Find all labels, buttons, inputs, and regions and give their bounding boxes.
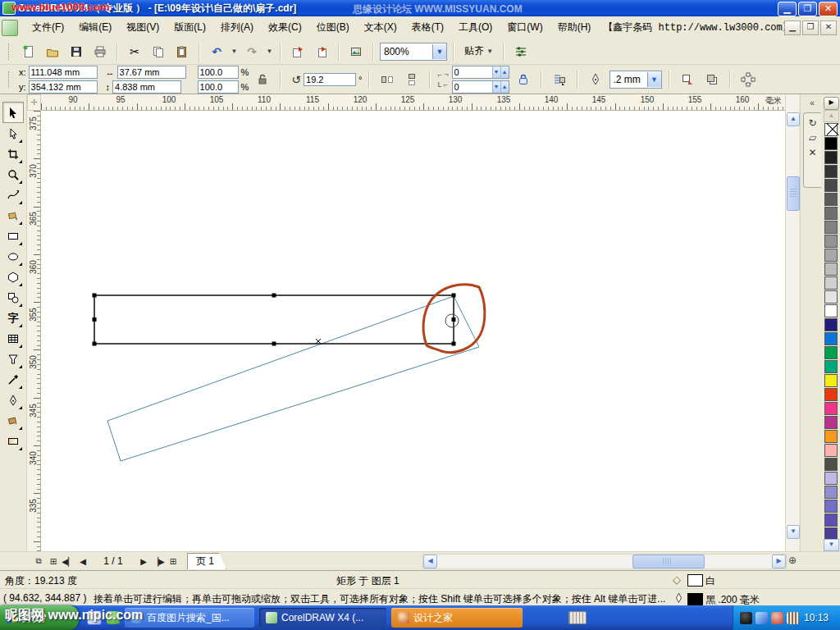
color-swatch[interactable] — [824, 486, 838, 499]
zoom-level-combo[interactable]: 800% ▼ — [380, 43, 447, 61]
scroll-up-icon[interactable]: ▲ — [787, 112, 800, 126]
menu-layout[interactable]: 版面(L) — [167, 17, 213, 38]
palette-scroll-down-icon[interactable]: ▼ — [824, 539, 839, 551]
palette-scroll-up-icon[interactable]: ▲ — [824, 110, 839, 122]
menu-window[interactable]: 窗口(W) — [500, 17, 550, 38]
color-swatch[interactable] — [824, 304, 838, 317]
first-page-button[interactable]: ◀▏ — [61, 554, 75, 568]
crop-tool[interactable] — [3, 144, 23, 164]
color-swatch[interactable] — [824, 193, 838, 206]
color-swatch[interactable] — [824, 360, 838, 373]
color-swatch[interactable] — [824, 249, 838, 262]
menu-tools[interactable]: 工具(O) — [451, 17, 500, 38]
zoom-tool[interactable] — [3, 165, 23, 185]
rectangle-tool[interactable] — [3, 226, 23, 246]
open-button[interactable] — [42, 41, 63, 62]
pick-tool[interactable] — [2, 102, 24, 123]
paste-icon[interactable] — [171, 41, 193, 62]
color-swatch[interactable] — [824, 151, 838, 164]
save-button[interactable] — [66, 41, 87, 62]
corner-bottom-spin-up-icon[interactable]: ▲ — [500, 81, 509, 93]
to-back-of-layer-button[interactable] — [701, 69, 723, 90]
freehand-tool[interactable] — [3, 185, 23, 205]
color-swatch[interactable] — [824, 416, 838, 429]
menu-file[interactable]: 文件(F) — [25, 17, 71, 38]
color-swatch[interactable] — [824, 262, 838, 276]
horizontal-scrollbar[interactable]: ◀ ▶ — [422, 554, 787, 569]
propbar-grip[interactable] — [8, 71, 11, 88]
color-swatch[interactable] — [824, 500, 838, 513]
interactive-blend-tool[interactable] — [3, 349, 23, 369]
color-swatch[interactable] — [824, 458, 838, 471]
menu-effects[interactable]: 效果(C) — [261, 17, 309, 38]
object-width-field[interactable] — [117, 66, 186, 79]
cut-icon[interactable]: ✂ — [124, 41, 145, 62]
tray-network-icon[interactable] — [756, 612, 768, 624]
mirror-horizontal-button[interactable] — [377, 69, 398, 90]
docker-rotate-icon[interactable]: ↻ — [808, 118, 816, 128]
input-method-keyboard-icon[interactable] — [568, 611, 587, 624]
outline-pen-tool[interactable] — [3, 390, 23, 410]
doc-close-button[interactable]: ✕ — [820, 21, 837, 35]
corner-radius-bottom-field[interactable] — [453, 81, 492, 93]
previous-page-button[interactable]: ◀ — [75, 554, 90, 568]
menu-text[interactable]: 文本(X) — [357, 17, 404, 38]
undo-button[interactable]: ↶ — [206, 41, 227, 62]
color-swatch[interactable] — [824, 165, 838, 178]
next-page-button[interactable]: ▶ — [136, 554, 151, 568]
menu-edit[interactable]: 编辑(E) — [71, 17, 119, 38]
color-swatch[interactable] — [824, 276, 838, 290]
x-position-field[interactable] — [29, 66, 98, 79]
y-position-field[interactable] — [29, 80, 98, 94]
options-button[interactable] — [510, 41, 532, 62]
hscroll-thumb[interactable] — [632, 555, 705, 568]
page-tab[interactable]: 页 1 — [187, 553, 226, 569]
polygon-tool[interactable] — [3, 267, 23, 287]
export-button[interactable] — [311, 41, 332, 62]
color-swatch[interactable] — [824, 235, 838, 248]
convert-to-curves-button[interactable] — [737, 69, 759, 90]
add-page-after-button[interactable]: ⊞ — [166, 554, 180, 568]
zoom-combo-arrow-icon[interactable]: ▼ — [432, 44, 446, 59]
color-swatch[interactable] — [824, 472, 838, 485]
corner-top-spin-down-icon[interactable]: ▼ — [492, 66, 500, 78]
to-front-of-layer-button[interactable] — [677, 69, 698, 90]
color-swatch[interactable] — [824, 290, 838, 304]
doc-restore-button[interactable]: ❐ — [802, 21, 819, 35]
vscroll-thumb[interactable] — [787, 176, 800, 211]
color-swatch[interactable] — [824, 346, 838, 359]
tray-qq-icon[interactable] — [740, 612, 752, 624]
restore-button[interactable]: ❐ — [798, 2, 817, 16]
menu-bitmaps[interactable]: 位图(B) — [309, 17, 357, 38]
color-swatch[interactable] — [824, 444, 838, 457]
palette-flyout-icon[interactable]: ▶ — [824, 97, 839, 110]
task-baidu-images[interactable]: 百度图片搜索_国... — [125, 608, 254, 628]
nonproportional-lock-icon[interactable] — [252, 69, 273, 90]
minimize-button[interactable]: ▁ — [778, 2, 797, 16]
ellipse-tool[interactable] — [3, 247, 23, 267]
basic-shapes-tool[interactable] — [3, 288, 23, 308]
mirror-vertical-button[interactable] — [401, 69, 422, 90]
corner-radius-top-field[interactable] — [453, 66, 492, 78]
new-document-button[interactable] — [18, 41, 39, 62]
docker-scale-icon[interactable]: ▱ — [809, 133, 816, 143]
scale-x-field[interactable] — [198, 66, 239, 79]
color-swatch[interactable] — [824, 430, 838, 443]
menu-help[interactable]: 帮助(H) — [550, 17, 599, 38]
outline-width-combo[interactable]: .2 mm ▼ — [609, 71, 662, 89]
docker-collapse-icon[interactable]: « — [804, 98, 820, 111]
print-button[interactable] — [89, 41, 111, 62]
corner-top-spin-up-icon[interactable]: ▲ — [500, 66, 509, 78]
outline-color-swatch[interactable] — [687, 593, 703, 605]
redo-dropdown[interactable]: ▼ — [265, 42, 274, 62]
eyedropper-tool[interactable] — [3, 370, 23, 390]
scroll-left-icon[interactable]: ◀ — [423, 555, 437, 568]
menu-arrange[interactable]: 排列(A) — [213, 17, 261, 38]
close-button[interactable]: ✕ — [819, 2, 838, 16]
horizontal-ruler[interactable]: 90 95 100 105 110 115 120 125 130 135 14… — [41, 94, 785, 111]
doc-minimize-button[interactable]: ▁ — [784, 21, 801, 35]
color-swatch[interactable] — [824, 332, 838, 345]
table-tool[interactable] — [3, 329, 23, 349]
color-swatch[interactable] — [824, 318, 838, 331]
wrap-text-button[interactable] — [549, 69, 570, 90]
